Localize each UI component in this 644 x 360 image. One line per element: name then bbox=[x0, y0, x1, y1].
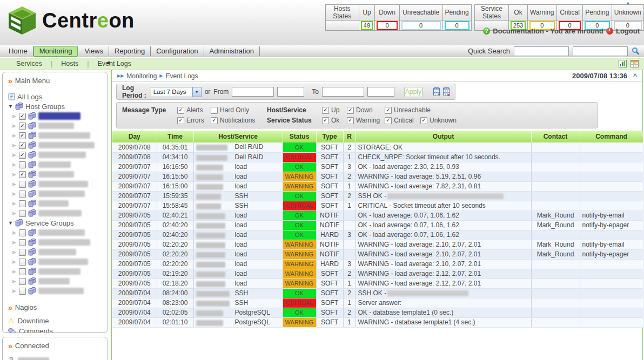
host-group-item[interactable]: ▶ bbox=[8, 179, 105, 189]
sidebar-group-service-groups[interactable]: ▼ Service Groups bbox=[8, 218, 105, 228]
collapsed-triangle-icon[interactable]: ▶ bbox=[12, 279, 17, 284]
nav-tab-monitoring[interactable]: Monitoring bbox=[33, 46, 78, 57]
service-group-item[interactable]: ▶ bbox=[8, 276, 105, 286]
service-group-checkbox[interactable] bbox=[19, 239, 26, 246]
service-status-checkbox-warning[interactable]: ✓ bbox=[347, 117, 354, 124]
collapsed-triangle-icon[interactable]: ▶ bbox=[12, 269, 17, 274]
service-status-option-unknown[interactable]: ✓Unknown bbox=[420, 117, 457, 124]
subnav-item-services[interactable]: Services bbox=[8, 60, 51, 67]
collapsed-triangle-icon[interactable]: ▶ bbox=[12, 230, 17, 235]
service-status-checkbox-critical[interactable]: ✓ bbox=[385, 117, 392, 124]
calendar-remove-icon[interactable]: × bbox=[443, 87, 450, 96]
centreon-logo[interactable]: Centreon bbox=[6, 5, 135, 36]
content-collapse-caret[interactable]: ^ bbox=[633, 72, 637, 80]
service-group-checkbox[interactable] bbox=[19, 288, 26, 295]
calendar-add-icon[interactable]: + bbox=[433, 87, 440, 96]
quick-search-input-1[interactable] bbox=[514, 46, 569, 56]
host-group-checkbox[interactable] bbox=[19, 200, 26, 207]
collapsed-triangle-icon[interactable]: ▶ bbox=[12, 201, 17, 206]
graph-view-icon[interactable] bbox=[619, 60, 627, 67]
column-header-status[interactable]: Status bbox=[283, 131, 316, 142]
search-icon[interactable] bbox=[632, 47, 640, 55]
service-group-item[interactable]: ▶ bbox=[8, 247, 105, 257]
host-group-item[interactable]: ▶ bbox=[8, 208, 105, 218]
service-group-checkbox[interactable] bbox=[19, 229, 26, 236]
breadcrumb-event-logs[interactable]: Event Logs bbox=[166, 72, 198, 80]
host-service-checkbox-unreachable[interactable]: ✓ bbox=[385, 107, 392, 114]
collapsed-triangle-icon[interactable]: ▶ bbox=[12, 152, 17, 158]
service-status-option-critical[interactable]: ✓Critical bbox=[385, 117, 420, 124]
service-group-checkbox[interactable] bbox=[19, 278, 26, 285]
documentation-link[interactable]: Documentation - You are mround bbox=[493, 27, 603, 35]
column-header-contact[interactable]: Contact bbox=[531, 131, 580, 142]
collapsed-triangle-icon[interactable]: ▶ bbox=[12, 259, 17, 264]
collapsed-triangle-icon[interactable]: ▶ bbox=[12, 172, 17, 177]
column-header-day[interactable]: Day bbox=[112, 131, 157, 142]
service-group-item[interactable]: ▶ bbox=[8, 237, 105, 247]
from-date-input[interactable] bbox=[232, 87, 274, 97]
message-type-checkbox-alerts[interactable]: ✓ bbox=[177, 107, 184, 114]
host-group-item[interactable]: ▶ bbox=[8, 189, 105, 199]
host-group-checkbox[interactable] bbox=[19, 210, 26, 217]
logout-link[interactable]: Logout bbox=[616, 27, 640, 35]
service-group-item[interactable]: ▶ bbox=[8, 257, 105, 267]
collapsed-triangle-icon[interactable]: ▶ bbox=[12, 113, 17, 119]
service-group-item[interactable]: ▶ bbox=[8, 228, 105, 237]
message-type-checkbox-errors[interactable]: ✓ bbox=[177, 117, 184, 124]
collapsed-triangle-icon[interactable]: ▶ bbox=[12, 240, 17, 245]
host-service-checkbox-down[interactable]: ✓ bbox=[347, 107, 354, 114]
service-status-option-ok[interactable]: ✓Ok bbox=[322, 117, 347, 124]
service-group-checkbox[interactable] bbox=[19, 259, 26, 266]
collapsed-triangle-icon[interactable]: ▶ bbox=[12, 191, 17, 196]
nav-tab-reporting[interactable]: Reporting bbox=[109, 46, 151, 56]
host-group-checkbox[interactable]: ✓ bbox=[19, 113, 26, 120]
service-status-option-warning[interactable]: ✓Warning bbox=[347, 117, 385, 124]
host-group-item[interactable]: ▶✓ bbox=[8, 131, 105, 140]
host-group-checkbox[interactable]: ✓ bbox=[19, 142, 26, 149]
nagios-header[interactable]: » Nagios bbox=[8, 303, 105, 311]
host-group-checkbox[interactable] bbox=[19, 191, 26, 198]
to-time-input[interactable] bbox=[367, 87, 394, 97]
nav-tab-configuration[interactable]: Configuration bbox=[151, 46, 204, 56]
to-date-input[interactable] bbox=[322, 87, 364, 97]
quick-search-input-2[interactable] bbox=[573, 46, 628, 56]
breadcrumb-monitoring[interactable]: Monitoring bbox=[126, 72, 157, 80]
from-time-input[interactable] bbox=[277, 87, 304, 97]
column-header-host-service[interactable]: Host/Service bbox=[193, 131, 283, 142]
host-group-item[interactable]: ▶ bbox=[8, 199, 105, 208]
host-group-checkbox[interactable]: ✓ bbox=[19, 123, 26, 130]
expanded-triangle-icon[interactable]: ▼ bbox=[8, 220, 13, 226]
host-group-checkbox[interactable] bbox=[19, 161, 26, 168]
host-group-item[interactable]: ▶✓ bbox=[8, 111, 105, 121]
host-service-option-up[interactable]: ✓Up bbox=[322, 106, 347, 114]
message-type-option-hard-only[interactable]: Hard Only bbox=[211, 106, 267, 114]
service-status-checkbox-ok[interactable]: ✓ bbox=[322, 117, 329, 124]
sidebar-collapse-arrow[interactable]: ◀ bbox=[106, 60, 110, 65]
collapsed-triangle-icon[interactable]: ▶ bbox=[12, 123, 17, 128]
host-group-item[interactable]: ▶✓ bbox=[8, 150, 105, 160]
host-service-checkbox-up[interactable]: ✓ bbox=[322, 107, 329, 114]
collapsed-triangle-icon[interactable]: ▶ bbox=[12, 210, 17, 216]
service-group-item[interactable]: ▶ bbox=[8, 267, 105, 276]
host-group-item[interactable]: ▶✓ bbox=[8, 140, 105, 150]
collapsed-triangle-icon[interactable]: ▶ bbox=[12, 133, 17, 138]
message-type-option-alerts[interactable]: ✓Alerts bbox=[177, 106, 211, 114]
host-group-item[interactable]: ▶ bbox=[8, 160, 105, 169]
host-service-option-unreachable[interactable]: ✓Unreachable bbox=[385, 106, 431, 114]
sidebar-item-downtime[interactable]: ⚠ Downtime bbox=[8, 316, 105, 326]
message-type-checkbox-hard-only[interactable] bbox=[211, 107, 218, 114]
subnav-item-event-logs[interactable]: Event Logs bbox=[89, 60, 140, 67]
service-group-item[interactable]: ▶ bbox=[8, 286, 105, 296]
sidebar-group-host-groups[interactable]: ▼ Host Groups bbox=[8, 101, 105, 111]
collapsed-triangle-icon[interactable]: ▶ bbox=[12, 142, 17, 148]
column-header-type[interactable]: Type bbox=[316, 131, 343, 142]
nav-tab-administration[interactable]: Administration bbox=[204, 46, 260, 56]
host-service-option-down[interactable]: ✓Down bbox=[347, 106, 385, 114]
message-type-checkbox-notifications[interactable]: ✓ bbox=[211, 117, 218, 124]
column-header-r[interactable]: R bbox=[343, 131, 355, 142]
host-group-item[interactable]: ▶✓ bbox=[8, 169, 105, 179]
column-header-time[interactable]: Time bbox=[157, 131, 193, 142]
nav-tab-views[interactable]: Views bbox=[79, 46, 109, 56]
subnav-item-hosts[interactable]: Hosts bbox=[52, 60, 87, 67]
collapsed-triangle-icon[interactable]: ▶ bbox=[12, 181, 17, 187]
